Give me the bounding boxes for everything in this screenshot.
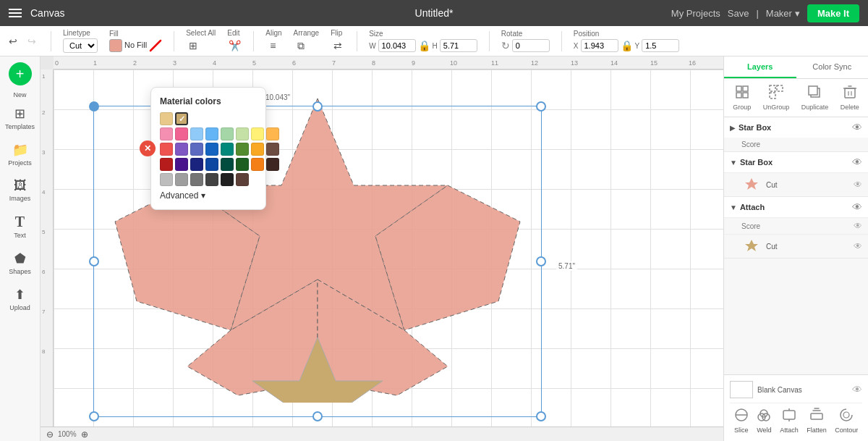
fill-color-swatch[interactable] [109, 39, 122, 52]
advanced-button[interactable]: Advanced ▾ [160, 190, 205, 201]
color-swatch-dkteal[interactable] [221, 158, 234, 171]
undo-button[interactable]: ↩ [6, 34, 20, 49]
color-swatch-dkamber[interactable] [251, 158, 264, 171]
color-swatch-dkindigo[interactable] [190, 158, 203, 171]
contour-button[interactable]: Contour [835, 408, 858, 434]
cut2-eye-icon[interactable]: 👁 [854, 241, 862, 251]
ruler-mark-9: 9 [412, 59, 415, 67]
attach-score-eye-icon[interactable]: 👁 [854, 221, 862, 231]
my-projects-link[interactable]: My Projects [671, 8, 720, 19]
svg-point-34 [843, 412, 849, 418]
color-swatch-grey1[interactable] [160, 173, 173, 186]
duplicate-button[interactable]: Duplicate [799, 83, 832, 112]
flip-button[interactable]: ⇄ [331, 38, 345, 53]
selection-handle-br[interactable] [536, 411, 546, 421]
starbox2-eye-icon[interactable]: 👁 [852, 156, 862, 168]
color-swatch-grey4[interactable] [205, 173, 218, 186]
color-swatch-yellow[interactable] [251, 127, 264, 140]
starbox1-eye-icon[interactable]: 👁 [852, 122, 862, 133]
sidebar-item-templates[interactable]: ⊞ Templates [3, 101, 38, 135]
color-swatch-grey2[interactable] [175, 173, 188, 186]
attach-eye-icon[interactable]: 👁 [852, 201, 862, 213]
color-swatch-dkgreen[interactable] [236, 143, 249, 156]
menu-icon[interactable] [9, 9, 22, 17]
color-swatch-dkbrown[interactable] [266, 158, 279, 171]
layer-group-starbox1-header[interactable]: ▶ Star Box 👁 [724, 117, 868, 138]
text-label: Text [14, 232, 26, 239]
color-swatch-blue1[interactable] [190, 127, 203, 140]
attach-title: Attach [740, 203, 849, 211]
group-button[interactable]: Group [730, 83, 754, 112]
sidebar-item-text[interactable]: T Text [3, 209, 38, 243]
maker-button[interactable]: Maker ▾ [766, 8, 800, 19]
delete-button[interactable]: Delete [838, 83, 862, 112]
tab-layers[interactable]: Layers [724, 56, 796, 78]
color-swatch-black[interactable] [221, 173, 234, 186]
color-picker-close-button[interactable]: ✕ [140, 140, 156, 156]
layer-group-attach-header[interactable]: ▼ Attach 👁 [724, 197, 868, 217]
color-swatch-navy[interactable] [205, 143, 218, 156]
color-swatch-purple1[interactable] [175, 143, 188, 156]
ruler-left: 1 2 3 4 5 6 7 8 [41, 70, 54, 427]
height-input[interactable] [440, 39, 477, 52]
color-swatch-orange[interactable] [266, 127, 279, 140]
zoom-in-button[interactable]: ⊕ [81, 429, 88, 440]
select-all-button[interactable]: ⊞ [186, 38, 200, 53]
selection-handle-bc[interactable] [312, 411, 323, 421]
color-swatch-pink2[interactable] [175, 127, 188, 140]
make-it-button[interactable]: Make It [807, 4, 859, 22]
color-swatch-dkred[interactable] [160, 158, 173, 171]
sidebar-item-upload[interactable]: ⬆ Upload [3, 282, 38, 316]
sidebar-item-images[interactable]: 🖼 Images [3, 174, 38, 206]
save-button[interactable]: Save [728, 8, 749, 19]
layer-item-cut2[interactable]: Cut 👁 [724, 234, 868, 258]
color-swatch-selected[interactable]: ✓ [175, 112, 188, 125]
y-input[interactable] [642, 39, 679, 52]
weld-button[interactable]: Weld [757, 408, 771, 434]
zoom-out-button[interactable]: ⊖ [46, 429, 54, 440]
color-swatch-dkdkgreen[interactable] [236, 158, 249, 171]
color-swatch-grey3[interactable] [190, 173, 203, 186]
sidebar-item-projects[interactable]: 📁 Projects [3, 138, 38, 171]
color-swatch-dknavy[interactable] [205, 158, 218, 171]
sidebar-item-shapes[interactable]: ⬟ Shapes [3, 246, 38, 280]
color-swatch-teal[interactable] [221, 143, 234, 156]
cut1-eye-icon[interactable]: 👁 [854, 180, 862, 190]
redo-button[interactable]: ↪ [25, 34, 39, 49]
color-swatch-amber[interactable] [251, 143, 264, 156]
color-swatch-blue2[interactable] [205, 127, 218, 140]
color-swatch-pink1[interactable] [160, 127, 173, 140]
new-button[interactable]: + [9, 62, 32, 85]
canvas-area[interactable]: 0 1 2 3 4 5 6 7 8 9 10 11 12 13 14 15 16… [41, 56, 723, 441]
tab-color-sync[interactable]: Color Sync [796, 56, 869, 78]
width-input[interactable] [378, 39, 416, 52]
color-swatch-brown[interactable] [266, 143, 279, 156]
arrange-group: Arrange ⧉ [294, 29, 320, 53]
ungroup-button[interactable]: UnGroup [760, 83, 793, 112]
size-label: Size [369, 30, 477, 38]
color-swatch-indigo[interactable] [190, 143, 203, 156]
color-swatch-green2[interactable] [236, 127, 249, 140]
color-swatch-tan[interactable] [160, 112, 173, 125]
ungroup-label: UnGroup [763, 104, 790, 111]
color-swatch-green1[interactable] [221, 127, 234, 140]
align-button[interactable]: ≡ [265, 38, 280, 53]
color-swatch-dkbrown2[interactable] [236, 173, 249, 186]
selection-handle-bl[interactable] [89, 411, 99, 421]
slice-button[interactable]: Slice [734, 408, 749, 434]
color-swatch-red1[interactable] [160, 143, 173, 156]
rotate-input[interactable] [512, 39, 550, 52]
arrange-button[interactable]: ⧉ [294, 38, 308, 53]
linetype-color-swatch[interactable] [149, 39, 162, 52]
x-input[interactable] [581, 39, 618, 52]
color-swatch-dkpurple[interactable] [175, 158, 188, 171]
layer-group-starbox2-header[interactable]: ▼ Star Box 👁 [724, 152, 868, 172]
blank-canvas-eye-icon[interactable]: 👁 [852, 384, 862, 395]
layer-item-cut1[interactable]: Cut 👁 [724, 172, 868, 196]
starbox1-title: Star Box [739, 123, 849, 132]
linetype-select[interactable]: Cut [63, 38, 98, 53]
edit-button[interactable]: ✂️ [227, 38, 242, 53]
attach-action-button[interactable]: Attach [780, 408, 799, 434]
ungroup-icon [769, 85, 783, 102]
flatten-button[interactable]: Flatten [807, 408, 827, 434]
